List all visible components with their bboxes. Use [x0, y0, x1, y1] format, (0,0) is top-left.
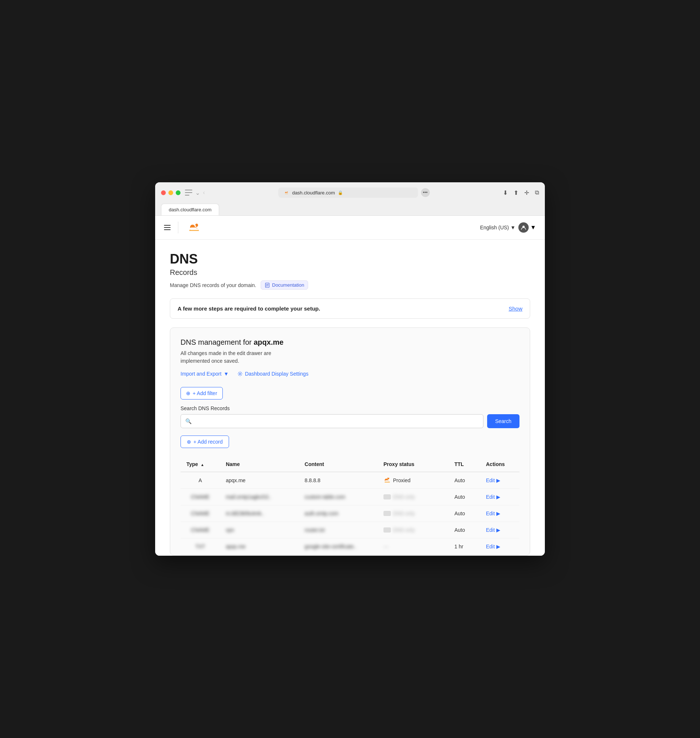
proxy-icon: [384, 494, 391, 500]
proxy-icon: [384, 528, 391, 532]
address-bar: dash.cloudflare.com 🔒 •••: [209, 187, 499, 198]
lock-icon: 🔒: [338, 190, 343, 195]
cell-content: google-site-certificate..: [299, 538, 378, 555]
proxy-status-label: DNS only: [393, 527, 415, 533]
cell-ttl: 1 hr: [449, 538, 480, 555]
cell-ttl: Auto: [449, 505, 480, 522]
setup-banner: A few more steps are required to complet…: [170, 298, 530, 319]
cloudflare-cloud-icon: [384, 478, 391, 483]
url-bar[interactable]: dash.cloudflare.com 🔒: [278, 187, 418, 198]
add-record-button[interactable]: ⊕ + Add record: [181, 435, 229, 448]
user-menu-button[interactable]: ▼: [518, 222, 536, 233]
search-label: Search DNS Records: [181, 406, 519, 411]
col-type: Type ▲: [181, 457, 220, 472]
cell-name: vpn: [220, 522, 299, 538]
cell-name: m.ldl23kl9s4mk..: [220, 505, 299, 522]
search-row: 🔍 Search: [181, 414, 519, 428]
new-tab-button[interactable]: ✛: [524, 189, 529, 196]
maximize-button[interactable]: [176, 190, 181, 195]
avatar: [518, 222, 529, 233]
chevron-down-icon: ▼: [224, 371, 229, 377]
header-right: English (US) ▼ ▼: [480, 222, 536, 233]
dns-table: Type ▲ Name Content Proxy status TTL Act…: [181, 457, 519, 555]
setup-text: A few more steps are required to complet…: [178, 306, 320, 312]
col-name: Name: [220, 457, 299, 472]
cell-type: TXT: [181, 538, 220, 555]
cell-type: A: [181, 472, 220, 489]
share-button[interactable]: ⬆: [513, 189, 518, 196]
import-export-link[interactable]: Import and Export ▼: [181, 371, 229, 377]
search-input[interactable]: [194, 415, 479, 428]
edit-button[interactable]: Edit ▶: [486, 544, 513, 550]
dns-mgmt-title: DNS management for apqx.me: [181, 338, 519, 347]
documentation-link[interactable]: Documentation: [261, 281, 308, 290]
sidebar-toggle-button[interactable]: [185, 190, 192, 196]
cell-content: auth.smtp.com: [299, 505, 378, 522]
proxy-icon: [384, 511, 391, 516]
cell-actions: Edit ▶: [480, 538, 519, 555]
sort-arrow-icon: ▲: [201, 463, 204, 467]
close-button[interactable]: [161, 190, 166, 195]
search-button[interactable]: Search: [487, 414, 519, 428]
search-input-wrap: 🔍: [181, 414, 484, 428]
add-filter-button[interactable]: ⊕ + Add filter: [181, 387, 223, 400]
cell-name: apqx.me: [220, 538, 299, 555]
table-row: CNAMEmail.smtp1agkc01l..custom-table.com…: [181, 489, 519, 505]
dns-management-card: DNS management for apqx.me All changes m…: [170, 328, 530, 555]
cell-type: CNAME: [181, 505, 220, 522]
browser-actions: ⬇ ⬆ ✛ ⧉: [503, 189, 539, 196]
browser-chrome: ⌄ ‹ dash.cloudflare.com 🔒 •••: [155, 182, 545, 216]
cell-proxy-status: DNS only: [378, 489, 449, 505]
edit-button[interactable]: Edit ▶: [486, 527, 513, 533]
document-icon: [265, 283, 270, 288]
cell-type: CNAME: [181, 522, 220, 538]
cell-content: custom-table.com: [299, 489, 378, 505]
header-divider: [178, 222, 178, 234]
edit-button[interactable]: Edit ▶: [486, 478, 513, 483]
page-description-row: Manage DNS records of your domain. Docum…: [170, 281, 530, 290]
cell-proxy-status: DNS only: [378, 505, 449, 522]
back-arrow-button[interactable]: ‹: [203, 189, 205, 196]
filter-section: ⊕ + Add filter Search DNS Records 🔍 Sear…: [181, 387, 519, 448]
cell-ttl: Auto: [449, 472, 480, 489]
cell-name: apqx.me: [220, 472, 299, 489]
url-text: dash.cloudflare.com: [292, 190, 335, 196]
proxy-status-label: —: [384, 544, 388, 550]
hamburger-menu-button[interactable]: [164, 225, 171, 230]
doc-link-label: Documentation: [272, 282, 304, 288]
dashboard-settings-link[interactable]: Dashboard Display Settings: [237, 371, 309, 377]
dns-table-header: Type ▲ Name Content Proxy status TTL Act…: [181, 457, 519, 472]
minimize-button[interactable]: [168, 190, 173, 195]
download-button[interactable]: ⬇: [503, 189, 508, 196]
language-selector[interactable]: English (US) ▼: [480, 225, 515, 231]
proxy-status-label: Proxied: [393, 478, 410, 483]
col-ttl: TTL: [449, 457, 480, 472]
cloudflare-logo: [186, 222, 203, 234]
cell-proxy-status: —: [378, 538, 449, 555]
browser-window: ⌄ ‹ dash.cloudflare.com 🔒 •••: [155, 182, 545, 556]
user-chevron-icon: ▼: [530, 224, 536, 231]
cell-proxy-status: DNS only: [378, 522, 449, 538]
cell-content: 8.8.8.8: [299, 472, 378, 489]
table-row: CNAMEvpnrouter.txtDNS onlyAutoEdit ▶: [181, 522, 519, 538]
search-icon: 🔍: [185, 418, 191, 424]
chevron-down-icon[interactable]: ⌄: [195, 189, 200, 196]
svg-point-5: [239, 373, 241, 375]
page-description: Manage DNS records of your domain.: [170, 282, 256, 288]
page-options-button[interactable]: •••: [421, 188, 430, 197]
chevron-down-icon: ▼: [510, 225, 515, 231]
active-tab[interactable]: dash.cloudflare.com: [161, 204, 219, 215]
proxy-status-label: DNS only: [393, 510, 415, 516]
window-controls: [161, 190, 181, 195]
cell-actions: Edit ▶: [480, 489, 519, 505]
show-link[interactable]: Show: [509, 306, 522, 312]
edit-button[interactable]: Edit ▶: [486, 510, 513, 516]
tab-overview-button[interactable]: ⧉: [535, 189, 539, 196]
cell-ttl: Auto: [449, 522, 480, 538]
edit-button[interactable]: Edit ▶: [486, 494, 513, 500]
col-content: Content: [299, 457, 378, 472]
domain-name: apqx.me: [254, 338, 284, 346]
page-content: DNS Records Manage DNS records of your d…: [155, 240, 545, 556]
cell-actions: Edit ▶: [480, 522, 519, 538]
cell-type: CNAME: [181, 489, 220, 505]
